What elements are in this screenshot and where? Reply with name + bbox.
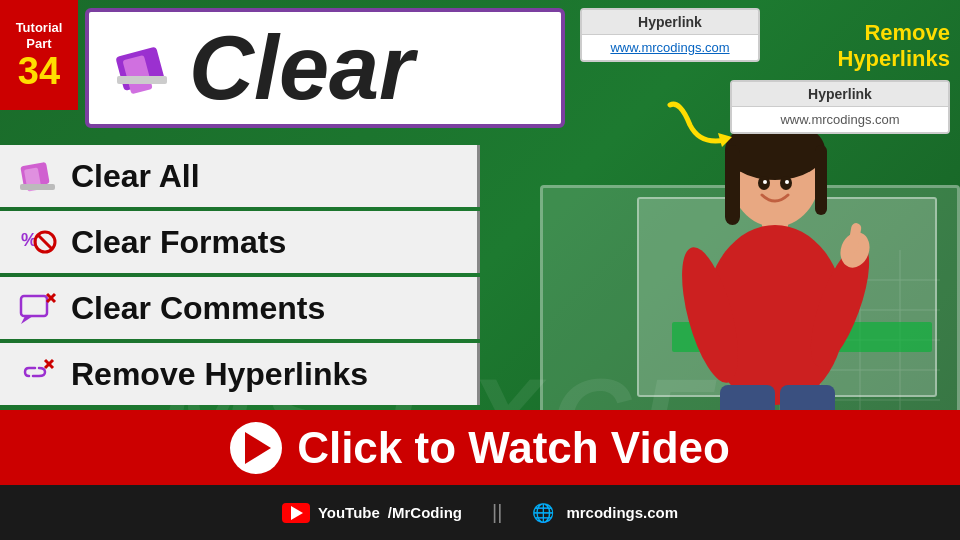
menu-item-remove-hyperlinks[interactable]: Remove Hyperlinks <box>0 343 480 405</box>
clear-all-icon <box>15 154 59 198</box>
hyperlink-top-header: Hyperlink <box>582 10 758 35</box>
footer-website: mrcodings.com <box>566 504 678 521</box>
menu-item-clear-comments[interactable]: Clear Comments <box>0 277 480 339</box>
remove-hyperlinks-label: Remove Hyperlinks <box>71 356 368 393</box>
svg-line-22 <box>38 235 52 249</box>
youtube-section: YouTube /MrCoding <box>282 503 462 523</box>
hyperlink-top-link: www.mrcodings.com <box>582 35 758 60</box>
menu-item-clear-all[interactable]: Clear All <box>0 145 480 207</box>
tutorial-badge: Tutorial Part 34 <box>0 0 78 110</box>
remove-hyperlinks-icon <box>15 352 59 396</box>
svg-point-44 <box>785 180 789 184</box>
globe-icon: 🌐 <box>532 502 554 524</box>
main-title: Clear <box>189 23 414 113</box>
clear-title-box: Clear <box>85 8 565 128</box>
svg-rect-32 <box>815 145 827 215</box>
svg-rect-15 <box>117 76 167 84</box>
menu-items: Clear All % Clear Formats Clear Comments <box>0 145 480 409</box>
footer-divider: || <box>492 501 502 524</box>
tutorial-number: 34 <box>18 52 60 90</box>
clear-formats-label: Clear Formats <box>71 224 286 261</box>
clear-comments-label: Clear Comments <box>71 290 325 327</box>
cta-banner[interactable]: Click to Watch Video <box>0 410 960 485</box>
play-triangle-icon <box>245 432 271 464</box>
svg-point-43 <box>763 180 767 184</box>
footer-bar: YouTube /MrCoding || 🌐 mrcodings.com <box>0 485 960 540</box>
svg-marker-16 <box>718 133 732 147</box>
eraser-icon <box>109 36 174 101</box>
svg-rect-31 <box>725 145 740 225</box>
youtube-label: YouTube <box>318 504 380 521</box>
clear-formats-icon: % <box>15 220 59 264</box>
clear-all-label: Clear All <box>71 158 200 195</box>
youtube-play-icon <box>291 506 303 520</box>
youtube-channel: /MrCoding <box>388 504 462 521</box>
hyperlink-bottom-header: Hyperlink <box>732 82 948 107</box>
hyperlink-box-bottom: Hyperlink www.mrcodings.com <box>730 80 950 134</box>
hyperlink-box-top: Hyperlink www.mrcodings.com <box>580 8 760 62</box>
remove-hyperlinks-label: Remove Hyperlinks <box>838 20 951 73</box>
svg-rect-19 <box>20 184 55 190</box>
arrow-icon <box>660 95 740 155</box>
website-section: 🌐 mrcodings.com <box>532 502 678 524</box>
menu-item-clear-formats[interactable]: % Clear Formats <box>0 211 480 273</box>
tutorial-label: Tutorial <box>16 20 63 36</box>
clear-comments-icon <box>15 286 59 330</box>
cta-text: Click to Watch Video <box>297 423 730 473</box>
svg-rect-23 <box>21 296 47 316</box>
youtube-icon <box>282 503 310 523</box>
play-button[interactable] <box>230 422 282 474</box>
hyperlink-bottom-link: www.mrcodings.com <box>732 107 948 132</box>
